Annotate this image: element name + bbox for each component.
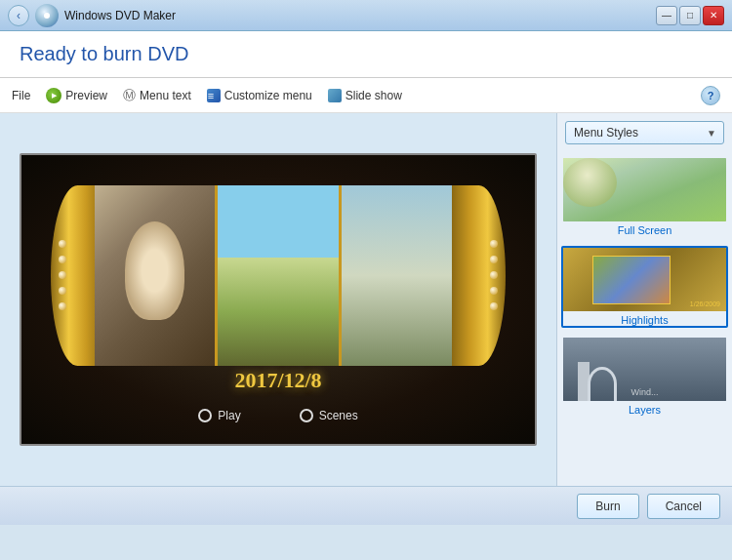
drum-wrapper	[51, 185, 506, 366]
layers-thumbnail: Wind...	[563, 338, 726, 401]
photo-panel-3	[339, 185, 462, 366]
menu-text-button[interactable]: Ⓜ Menu text	[123, 87, 191, 104]
page-title: Ready to burn DVD	[20, 43, 188, 65]
play-circle-icon	[198, 409, 212, 422]
bottom-bar: Burn Cancel	[0, 486, 732, 525]
preview-area: 2017/12/8 Play Scenes	[0, 113, 556, 486]
scenes-circle-icon	[300, 409, 313, 422]
highlights-thumb-inner: 1/26/2009	[563, 248, 726, 311]
scenes-label: Scenes	[319, 409, 358, 422]
flower-shape	[563, 158, 617, 207]
dvd-controls: Play Scenes	[21, 409, 535, 422]
photo-panels	[95, 185, 462, 366]
menu-styles-dropdown[interactable]: Menu Styles ▼	[565, 121, 724, 144]
highlights-thumbnail: 1/26/2009	[563, 248, 726, 311]
full-screen-label: Full Screen	[563, 224, 726, 236]
dvd-play-control: Play	[198, 409, 240, 422]
style-item-highlights[interactable]: 1/26/2009 Highlights	[561, 246, 728, 328]
dot	[490, 256, 498, 263]
file-menu[interactable]: File	[12, 89, 30, 102]
gold-right	[452, 185, 506, 366]
dvd-scenes-control: Scenes	[300, 409, 358, 422]
header-bar: Ready to burn DVD	[0, 31, 732, 78]
full-screen-thumbnail	[563, 158, 726, 221]
dot	[490, 287, 498, 295]
slide-show-button[interactable]: Slide show	[328, 89, 402, 102]
help-button[interactable]: ?	[701, 86, 720, 105]
menu-text-icon: Ⓜ	[123, 87, 136, 104]
dot	[59, 287, 66, 295]
highlights-date: 1/26/2009	[690, 300, 720, 307]
main-content: 2017/12/8 Play Scenes Menu Styles ▼	[0, 113, 732, 486]
highlights-label: Highlights	[563, 314, 726, 326]
menu-styles-select[interactable]: Menu Styles	[565, 121, 724, 144]
right-panel: Menu Styles ▼ Full Screen	[556, 113, 732, 486]
style-item-full-screen[interactable]: Full Screen	[561, 156, 728, 238]
file-label: File	[12, 89, 30, 102]
preview-label: Preview	[65, 89, 107, 102]
customize-menu-button[interactable]: Customize menu	[207, 89, 312, 102]
style-list: Full Screen 1/26/2009 Highlights	[557, 152, 732, 486]
minimize-button[interactable]: —	[656, 6, 677, 25]
preview-icon	[46, 88, 61, 103]
title-bar: ‹ Windows DVD Maker — □ ✕	[0, 0, 732, 31]
slideshow-icon	[328, 89, 342, 102]
title-bar-left: ‹ Windows DVD Maker	[8, 4, 176, 27]
highlights-photo	[592, 256, 671, 304]
play-label: Play	[218, 409, 240, 422]
style-item-layers[interactable]: Wind... Layers	[561, 336, 728, 418]
fullscreen-thumb-inner	[563, 158, 726, 221]
dot	[490, 271, 498, 279]
customize-menu-label: Customize menu	[224, 89, 312, 102]
gold-dots-right	[490, 240, 498, 310]
app-title: Windows DVD Maker	[64, 9, 176, 22]
drum-area	[51, 184, 506, 366]
slide-show-label: Slide show	[346, 89, 402, 102]
menu-text-label: Menu text	[140, 89, 191, 102]
layers-thumb-text: Wind...	[563, 387, 726, 397]
dot	[59, 271, 66, 279]
back-button[interactable]: ‹	[8, 5, 29, 26]
dot	[490, 240, 498, 248]
toolbar: File Preview Ⓜ Menu text Customize menu …	[0, 78, 732, 113]
dot	[59, 256, 66, 263]
cancel-button[interactable]: Cancel	[647, 494, 720, 519]
preview-button[interactable]: Preview	[46, 88, 107, 103]
gold-dots-left	[59, 240, 66, 310]
maximize-button[interactable]: □	[679, 6, 701, 25]
layers-label: Layers	[563, 404, 726, 416]
photo-panel-1	[95, 185, 215, 366]
dvd-date: 2017/12/8	[21, 368, 535, 393]
photo-panel-2	[215, 185, 338, 366]
app-icon	[35, 4, 59, 27]
dot	[490, 302, 498, 310]
dot	[59, 240, 66, 248]
burn-button[interactable]: Burn	[577, 494, 638, 519]
close-button[interactable]: ✕	[703, 6, 724, 25]
dot	[59, 302, 66, 310]
window-controls: — □ ✕	[656, 6, 724, 25]
preview-frame: 2017/12/8 Play Scenes	[20, 153, 537, 446]
customize-icon	[207, 89, 221, 102]
